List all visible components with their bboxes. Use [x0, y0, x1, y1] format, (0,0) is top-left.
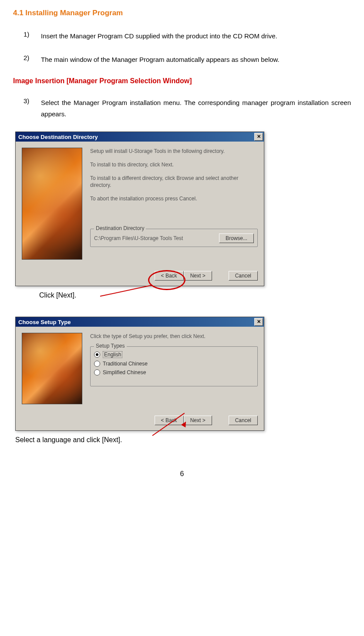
fieldset-legend: Destination Directory	[94, 225, 146, 231]
titlebar: Choose Destination Directory ✕	[16, 132, 264, 142]
dialog-content: Click the type of Setup you prefer, then…	[90, 333, 258, 404]
image-insertion-label: Image Insertion [Manager Program Selecti…	[13, 77, 351, 85]
page-number: 6	[13, 470, 351, 478]
list-text: Select the Manager Program installation …	[41, 97, 351, 119]
click-next-caption: Click [Next].	[39, 291, 351, 299]
choose-setup-type-dialog: Choose Setup Type ✕ Click the type of Se…	[15, 317, 264, 431]
ordered-list: 3) Select the Manager Program installati…	[24, 97, 351, 119]
dialog-button-row: < Back Next > Cancel	[16, 266, 264, 286]
setup-types-fieldset: Setup Types English Traditional Chinese …	[90, 346, 258, 386]
dialog-text: To install to a different directory, cli…	[90, 175, 258, 189]
dialog-body: Click the type of Setup you prefer, then…	[16, 327, 264, 410]
radio-option-simplified-chinese[interactable]: Simplified Chinese	[94, 369, 254, 376]
radio-option-english[interactable]: English	[94, 351, 254, 358]
wizard-side-image	[22, 148, 82, 260]
back-button[interactable]: < Back	[155, 271, 184, 281]
dialog-text: To install to this directory, click Next…	[90, 161, 258, 169]
titlebar: Choose Setup Type ✕	[16, 317, 264, 327]
destination-fieldset: Destination Directory C:\Program Files\U…	[90, 229, 258, 247]
cancel-button[interactable]: Cancel	[229, 271, 258, 281]
radio-label: English	[103, 351, 122, 358]
choose-destination-dialog: Choose Destination Directory ✕ Setup wil…	[15, 132, 264, 286]
ordered-list: 1) Insert the Manager Program CD supplie…	[24, 30, 351, 65]
list-item: 3) Select the Manager Program installati…	[24, 97, 351, 119]
browse-button[interactable]: Browse...	[219, 233, 254, 243]
fieldset-legend: Setup Types	[94, 343, 127, 349]
radio-option-traditional-chinese[interactable]: Traditional Chinese	[94, 361, 254, 367]
dialog-wrapper-2: Choose Setup Type ✕ Click the type of Se…	[13, 317, 351, 431]
dialog-button-row: < Back Next > Cancel	[16, 410, 264, 430]
dialog-text: Setup will install U-Storage Tools in th…	[90, 148, 258, 155]
dialog-body: Setup will install U-Storage Tools in th…	[16, 142, 264, 266]
radio-icon	[94, 352, 100, 358]
close-button[interactable]: ✕	[254, 133, 263, 141]
radio-icon	[94, 361, 100, 367]
list-item: 2) The main window of the Manager Progra…	[24, 54, 351, 65]
close-button[interactable]: ✕	[254, 318, 263, 326]
next-button[interactable]: Next >	[184, 416, 212, 425]
radio-label: Traditional Chinese	[103, 361, 148, 367]
list-text: The main window of the Manager Program a…	[41, 54, 351, 65]
select-language-caption: Select a language and click [Next].	[15, 436, 351, 444]
radio-icon	[94, 369, 100, 376]
dialog-text: To abort the installation process press …	[90, 195, 258, 203]
next-button[interactable]: Next >	[184, 271, 212, 281]
destination-path: C:\Program Files\U-Storage Tools Test	[94, 235, 183, 241]
dialog-title: Choose Setup Type	[18, 319, 71, 325]
cancel-button[interactable]: Cancel	[229, 416, 258, 425]
close-icon: ✕	[257, 134, 261, 139]
list-marker: 2)	[24, 54, 41, 65]
list-marker: 3)	[24, 97, 41, 119]
section-heading: 4.1 Installing Manager Program	[13, 9, 351, 17]
dialog-content: Setup will install U-Storage Tools in th…	[90, 148, 258, 260]
wizard-side-image	[22, 333, 82, 404]
radio-label: Simplified Chinese	[103, 369, 146, 376]
back-button[interactable]: < Back	[155, 416, 184, 425]
list-item: 1) Insert the Manager Program CD supplie…	[24, 30, 351, 42]
dialog-text: Click the type of Setup you prefer, then…	[90, 333, 258, 340]
list-marker: 1)	[24, 30, 41, 42]
close-icon: ✕	[257, 319, 261, 324]
dialog-title: Choose Destination Directory	[18, 134, 98, 140]
dialog-wrapper-1: Choose Destination Directory ✕ Setup wil…	[13, 132, 351, 286]
list-text: Insert the Manager Program CD supplied w…	[41, 30, 351, 42]
